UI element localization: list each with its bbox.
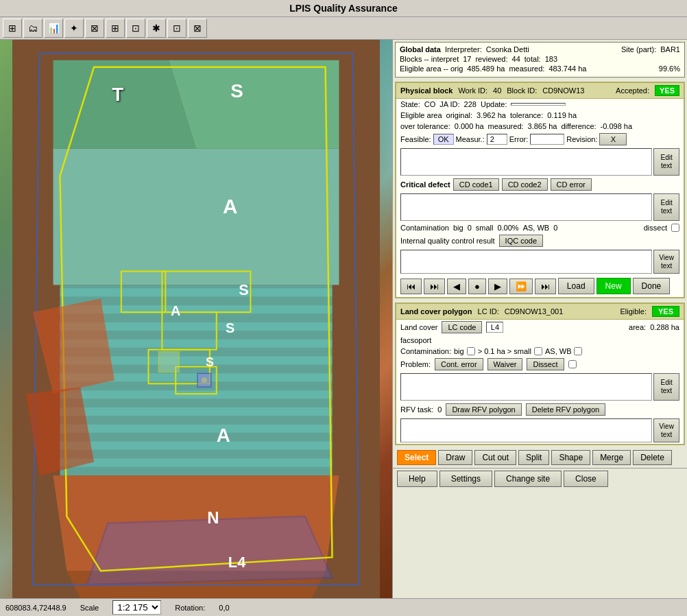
map-area[interactable]: T S A S A S S A N L4 (0, 40, 392, 598)
update-value[interactable] (511, 103, 566, 106)
lc-id-label: LC ID: (478, 307, 499, 316)
split-button[interactable]: Split (518, 450, 549, 465)
lc-big-label: big (454, 347, 464, 355)
title-bar: LPIS Quality Assurance (0, 0, 687, 17)
tolerance-label: tolerance: (510, 111, 543, 119)
blocks-label: Blocks -- interpret (400, 55, 459, 63)
svg-marker-28 (26, 387, 94, 475)
cd-code2-button[interactable]: CD code2 (502, 178, 548, 191)
tb-btn-3[interactable]: 📊 (44, 19, 63, 38)
pb-text-area-2[interactable] (400, 193, 652, 221)
new-button[interactable]: New (596, 278, 631, 294)
select-button[interactable]: Select (397, 450, 436, 465)
svg-rect-12 (60, 407, 332, 416)
svg-rect-5 (60, 288, 332, 296)
pb-text-area-1[interactable] (400, 148, 652, 176)
svg-rect-13 (60, 425, 332, 433)
percent-value: 99.6% (659, 64, 680, 73)
nav-play[interactable]: ● (468, 279, 486, 294)
global-data-section: Global data Interpreter: Csonka Detti Si… (395, 42, 685, 78)
ja-id-label: JA ID: (439, 100, 459, 108)
toolbar: ⊞ 🗂 📊 ✦ ⊠ ⊞ ⊡ ✱ ⊡ ⊠ (0, 17, 687, 40)
lc-text-area[interactable] (400, 373, 652, 401)
nav-next-section[interactable]: ⏩ (509, 279, 533, 294)
lc-dissect-checkbox[interactable] (568, 360, 577, 368)
measur-input[interactable] (487, 134, 507, 145)
over-tol-label: over tolerance: (400, 122, 450, 130)
lc-gt-label: > 0.1 ha > small (478, 347, 531, 355)
settings-button[interactable]: Settings (439, 471, 492, 487)
cont-error-button[interactable]: Cont. error (435, 358, 483, 370)
tb-btn-8[interactable]: ✱ (147, 19, 166, 38)
view-text-button[interactable]: Viewtext (653, 250, 679, 274)
tb-btn-9[interactable]: ⊡ (167, 19, 186, 38)
nav-next[interactable]: ▶ (488, 279, 507, 294)
rotation-label: Rotation: (175, 604, 205, 612)
diff-label: difference: (561, 122, 596, 130)
app-title: LPIS Quality Assurance (289, 3, 397, 14)
shape-button[interactable]: Shape (551, 450, 590, 465)
done-button[interactable]: Done (633, 278, 671, 294)
nav-prev-section[interactable]: ⏭ (424, 279, 445, 294)
edit-text-button-2[interactable]: Edittext (653, 193, 679, 221)
lc-gt-checkbox[interactable] (534, 347, 542, 355)
waiver-button[interactable]: Waiver (487, 358, 523, 370)
draw-rfv-button[interactable]: Draw RFV polygon (446, 403, 521, 416)
pb-text-area-3[interactable] (400, 250, 652, 274)
land-cover-section: Land cover polygon LC ID: CD9NOW13_001 E… (395, 303, 685, 445)
lc-edit-text-button[interactable]: Edittext (653, 373, 679, 401)
nav-last[interactable]: ⏭ (535, 279, 556, 294)
iqc-button[interactable]: IQC code (499, 235, 543, 247)
work-id-label: Work ID: (458, 86, 487, 95)
area-value: 0.288 ha (650, 323, 679, 331)
revision-x-button[interactable]: X (599, 133, 627, 145)
merge-button[interactable]: Merge (592, 450, 631, 465)
accepted-badge: YES (655, 85, 679, 96)
total-value: 183 (545, 55, 557, 63)
tb-btn-6[interactable]: ⊞ (106, 19, 125, 38)
lc-code-button[interactable]: LC code (442, 321, 482, 333)
lc-text-area-2[interactable] (400, 418, 652, 442)
map-background: T S A S A S S A N L4 (0, 40, 392, 598)
help-bar: Help Settings Change site Close (393, 468, 687, 489)
cd-error-button[interactable]: CD error (551, 178, 592, 191)
svg-rect-14 (60, 442, 332, 450)
change-site-button[interactable]: Change site (494, 471, 562, 487)
cd-code1-button[interactable]: CD code1 (453, 178, 499, 191)
svg-rect-23 (162, 312, 216, 350)
revision-label: Revision: (566, 135, 597, 143)
edit-text-button-1[interactable]: Edittext (653, 148, 679, 176)
dissect-button[interactable]: Dissect (527, 358, 564, 370)
eligible-label: Eligible area (400, 111, 442, 119)
nav-prev[interactable]: ◀ (447, 279, 466, 294)
tb-btn-2[interactable]: 🗂 (23, 19, 43, 38)
delete-rfv-button[interactable]: Delete RFV polygon (526, 403, 605, 416)
error-input[interactable] (530, 134, 564, 145)
lc-view-text-button[interactable]: Viewtext (653, 418, 679, 442)
svg-rect-10 (60, 373, 332, 381)
load-button[interactable]: Load (558, 278, 594, 294)
cut-out-button[interactable]: Cut out (474, 450, 516, 465)
scale-select[interactable]: 1:2 175 1:1000 1:5000 (112, 600, 161, 615)
diff-value: -0.098 ha (601, 122, 632, 130)
help-button[interactable]: Help (397, 471, 437, 487)
delete-button[interactable]: Delete (633, 450, 672, 465)
dissect-checkbox[interactable] (671, 224, 679, 232)
tb-btn-4[interactable]: ✦ (64, 19, 84, 38)
lc-as-wb-checkbox[interactable] (574, 347, 582, 355)
tb-btn-1[interactable]: ⊞ (3, 19, 22, 38)
global-data-label: Global data (400, 45, 441, 54)
measured2-value: 3.865 ha (528, 122, 557, 130)
svg-marker-27 (33, 298, 114, 394)
svg-marker-16 (53, 475, 339, 571)
close-button[interactable]: Close (564, 471, 608, 487)
tb-btn-5[interactable]: ⊠ (85, 19, 104, 38)
draw-button[interactable]: Draw (438, 450, 472, 465)
tb-btn-10[interactable]: ⊠ (188, 19, 207, 38)
svg-rect-40 (197, 373, 211, 387)
tb-btn-7[interactable]: ⊡ (126, 19, 145, 38)
nav-first[interactable]: ⏮ (400, 279, 422, 294)
lc-big-checkbox[interactable] (467, 347, 475, 355)
land-cover-label: Land cover (400, 323, 437, 331)
svg-marker-18 (87, 517, 332, 584)
